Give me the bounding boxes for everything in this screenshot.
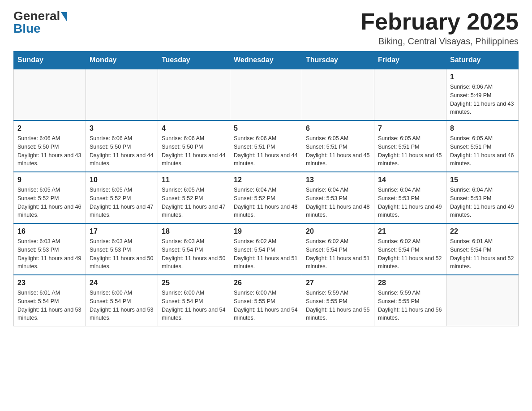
day-number: 21 xyxy=(378,227,442,235)
day-number: 3 xyxy=(90,124,154,133)
day-info: Sunrise: 6:05 AMSunset: 5:52 PMDaylight:… xyxy=(17,186,82,219)
calendar-cell: 21Sunrise: 6:02 AMSunset: 5:54 PMDayligh… xyxy=(374,223,446,275)
calendar-cell: 14Sunrise: 6:04 AMSunset: 5:53 PMDayligh… xyxy=(374,172,446,223)
calendar-cell xyxy=(302,69,374,120)
title-area: February 2025 Biking, Central Visayas, P… xyxy=(360,9,519,47)
day-number: 12 xyxy=(234,176,298,184)
day-number: 24 xyxy=(90,279,154,287)
header-day-wednesday: Wednesday xyxy=(230,51,302,69)
calendar-body: 1Sunrise: 6:06 AMSunset: 5:49 PMDaylight… xyxy=(14,69,519,326)
header-day-sunday: Sunday xyxy=(14,51,86,69)
calendar-cell: 9Sunrise: 6:05 AMSunset: 5:52 PMDaylight… xyxy=(14,172,86,223)
calendar-cell: 2Sunrise: 6:06 AMSunset: 5:50 PMDaylight… xyxy=(14,120,86,172)
calendar-cell: 15Sunrise: 6:04 AMSunset: 5:53 PMDayligh… xyxy=(446,172,519,223)
page-header: General Blue February 2025 Biking, Centr… xyxy=(13,9,519,47)
day-number: 9 xyxy=(17,176,82,184)
calendar-cell: 10Sunrise: 6:05 AMSunset: 5:52 PMDayligh… xyxy=(86,172,158,223)
calendar-cell xyxy=(86,69,158,120)
day-number: 28 xyxy=(378,279,442,287)
day-info: Sunrise: 5:59 AMSunset: 5:55 PMDaylight:… xyxy=(378,289,442,322)
calendar-week-3: 9Sunrise: 6:05 AMSunset: 5:52 PMDaylight… xyxy=(14,172,519,223)
day-info: Sunrise: 6:01 AMSunset: 5:54 PMDaylight:… xyxy=(17,289,82,322)
day-number: 23 xyxy=(17,279,82,287)
calendar-cell: 17Sunrise: 6:03 AMSunset: 5:53 PMDayligh… xyxy=(86,223,158,275)
day-info: Sunrise: 6:02 AMSunset: 5:54 PMDaylight:… xyxy=(306,237,370,271)
calendar-cell: 24Sunrise: 6:00 AMSunset: 5:54 PMDayligh… xyxy=(86,275,158,326)
day-number: 6 xyxy=(306,124,370,133)
calendar-cell: 5Sunrise: 6:06 AMSunset: 5:51 PMDaylight… xyxy=(230,120,302,172)
day-number: 8 xyxy=(450,124,515,133)
day-number: 7 xyxy=(378,124,442,133)
header-day-monday: Monday xyxy=(86,51,158,69)
calendar-cell: 13Sunrise: 6:04 AMSunset: 5:53 PMDayligh… xyxy=(302,172,374,223)
day-number: 15 xyxy=(450,176,515,184)
day-info: Sunrise: 6:03 AMSunset: 5:54 PMDaylight:… xyxy=(162,237,226,271)
day-number: 13 xyxy=(306,176,370,184)
day-info: Sunrise: 6:05 AMSunset: 5:51 PMDaylight:… xyxy=(450,134,515,168)
calendar-week-2: 2Sunrise: 6:06 AMSunset: 5:50 PMDaylight… xyxy=(14,120,519,172)
day-info: Sunrise: 6:00 AMSunset: 5:55 PMDaylight:… xyxy=(234,289,298,322)
day-info: Sunrise: 5:59 AMSunset: 5:55 PMDaylight:… xyxy=(306,289,370,322)
day-number: 2 xyxy=(17,124,82,133)
header-day-saturday: Saturday xyxy=(446,51,519,69)
calendar-cell: 11Sunrise: 6:05 AMSunset: 5:52 PMDayligh… xyxy=(158,172,230,223)
day-number: 14 xyxy=(378,176,442,184)
calendar-cell: 7Sunrise: 6:05 AMSunset: 5:51 PMDaylight… xyxy=(374,120,446,172)
day-info: Sunrise: 6:04 AMSunset: 5:52 PMDaylight:… xyxy=(234,186,298,219)
calendar-cell: 22Sunrise: 6:01 AMSunset: 5:54 PMDayligh… xyxy=(446,223,519,275)
calendar-week-4: 16Sunrise: 6:03 AMSunset: 5:53 PMDayligh… xyxy=(14,223,519,275)
header-day-tuesday: Tuesday xyxy=(158,51,230,69)
header-row: SundayMondayTuesdayWednesdayThursdayFrid… xyxy=(14,51,519,69)
day-number: 16 xyxy=(17,227,82,235)
day-info: Sunrise: 6:03 AMSunset: 5:53 PMDaylight:… xyxy=(90,237,154,271)
day-info: Sunrise: 6:05 AMSunset: 5:52 PMDaylight:… xyxy=(162,186,226,219)
calendar-cell: 28Sunrise: 5:59 AMSunset: 5:55 PMDayligh… xyxy=(374,275,446,326)
calendar-cell xyxy=(230,69,302,120)
calendar-cell xyxy=(446,275,519,326)
day-info: Sunrise: 6:06 AMSunset: 5:51 PMDaylight:… xyxy=(234,134,298,168)
day-number: 5 xyxy=(234,124,298,133)
calendar-cell: 23Sunrise: 6:01 AMSunset: 5:54 PMDayligh… xyxy=(14,275,86,326)
calendar-cell: 19Sunrise: 6:02 AMSunset: 5:54 PMDayligh… xyxy=(230,223,302,275)
calendar-cell: 26Sunrise: 6:00 AMSunset: 5:55 PMDayligh… xyxy=(230,275,302,326)
day-info: Sunrise: 6:04 AMSunset: 5:53 PMDaylight:… xyxy=(450,186,515,219)
calendar-cell: 18Sunrise: 6:03 AMSunset: 5:54 PMDayligh… xyxy=(158,223,230,275)
day-number: 18 xyxy=(162,227,226,235)
day-info: Sunrise: 6:06 AMSunset: 5:50 PMDaylight:… xyxy=(162,134,226,168)
calendar-cell: 12Sunrise: 6:04 AMSunset: 5:52 PMDayligh… xyxy=(230,172,302,223)
calendar-cell: 27Sunrise: 5:59 AMSunset: 5:55 PMDayligh… xyxy=(302,275,374,326)
calendar-cell: 3Sunrise: 6:06 AMSunset: 5:50 PMDaylight… xyxy=(86,120,158,172)
logo-blue-text: Blue xyxy=(13,21,41,36)
day-info: Sunrise: 6:05 AMSunset: 5:52 PMDaylight:… xyxy=(90,186,154,219)
day-info: Sunrise: 6:02 AMSunset: 5:54 PMDaylight:… xyxy=(234,237,298,271)
day-number: 17 xyxy=(90,227,154,235)
day-number: 22 xyxy=(450,227,515,235)
day-number: 25 xyxy=(162,279,226,287)
logo-triangle-icon xyxy=(61,12,67,22)
day-number: 27 xyxy=(306,279,370,287)
day-info: Sunrise: 6:00 AMSunset: 5:54 PMDaylight:… xyxy=(162,289,226,322)
day-info: Sunrise: 6:05 AMSunset: 5:51 PMDaylight:… xyxy=(378,134,442,168)
calendar-cell: 4Sunrise: 6:06 AMSunset: 5:50 PMDaylight… xyxy=(158,120,230,172)
day-info: Sunrise: 6:06 AMSunset: 5:50 PMDaylight:… xyxy=(90,134,154,168)
day-info: Sunrise: 6:01 AMSunset: 5:54 PMDaylight:… xyxy=(450,237,515,271)
day-info: Sunrise: 6:04 AMSunset: 5:53 PMDaylight:… xyxy=(378,186,442,219)
calendar-cell xyxy=(374,69,446,120)
month-title: February 2025 xyxy=(360,9,519,34)
calendar-cell xyxy=(14,69,86,120)
day-info: Sunrise: 6:04 AMSunset: 5:53 PMDaylight:… xyxy=(306,186,370,219)
day-number: 11 xyxy=(162,176,226,184)
calendar-cell xyxy=(158,69,230,120)
day-info: Sunrise: 6:05 AMSunset: 5:51 PMDaylight:… xyxy=(306,134,370,168)
calendar-table: SundayMondayTuesdayWednesdayThursdayFrid… xyxy=(13,51,519,326)
calendar-cell: 1Sunrise: 6:06 AMSunset: 5:49 PMDaylight… xyxy=(446,69,519,120)
day-info: Sunrise: 6:03 AMSunset: 5:53 PMDaylight:… xyxy=(17,237,82,271)
calendar-cell: 8Sunrise: 6:05 AMSunset: 5:51 PMDaylight… xyxy=(446,120,519,172)
day-number: 4 xyxy=(162,124,226,133)
day-number: 10 xyxy=(90,176,154,184)
day-info: Sunrise: 6:02 AMSunset: 5:54 PMDaylight:… xyxy=(378,237,442,271)
day-info: Sunrise: 6:06 AMSunset: 5:49 PMDaylight:… xyxy=(450,83,515,116)
calendar-week-5: 23Sunrise: 6:01 AMSunset: 5:54 PMDayligh… xyxy=(14,275,519,326)
calendar-cell: 20Sunrise: 6:02 AMSunset: 5:54 PMDayligh… xyxy=(302,223,374,275)
logo: General Blue xyxy=(13,9,67,36)
